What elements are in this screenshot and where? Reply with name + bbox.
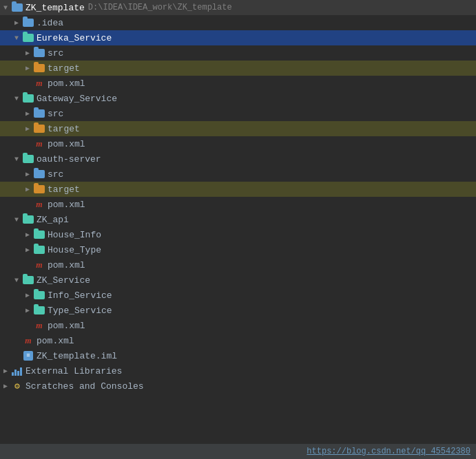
eureka-src-arrow[interactable]	[22, 47, 33, 58]
oauth-target-arrow[interactable]	[22, 184, 33, 195]
idea-arrow[interactable]	[11, 17, 22, 28]
zkservice-pom-item[interactable]: m pom.xml	[0, 318, 476, 333]
oauth-pom-item[interactable]: m pom.xml	[0, 197, 476, 212]
oauth-target-label: target	[48, 184, 80, 195]
iml-label: ZK_template.iml	[37, 351, 117, 361]
infoservice-arrow[interactable]	[22, 290, 33, 301]
oauth-src-folder-icon	[33, 168, 45, 180]
root-arrow[interactable]	[0, 2, 11, 13]
zkservice-item[interactable]: ZK_Service	[0, 273, 476, 288]
oauth-pom-icon: m	[33, 198, 45, 211]
iml-item[interactable]: ZK_template.iml	[0, 348, 476, 363]
typeservice-label: Type_Service	[48, 306, 112, 316]
gateway-src-folder-icon	[33, 107, 45, 120]
infoservice-label: Info_Service	[48, 290, 112, 301]
zkservice-pom-spacer	[22, 320, 33, 331]
oauth-src-item[interactable]: src	[0, 167, 476, 182]
infoservice-folder-icon	[33, 289, 45, 301]
oauth-item[interactable]: oauth-server	[0, 151, 476, 167]
root-folder-icon	[11, 1, 23, 14]
gateway-pom-item[interactable]: m pom.xml	[0, 136, 476, 151]
extlibs-label: External Libraries	[25, 366, 122, 376]
root-item[interactable]: ZK_template D:\IDEA\IDEA_work\ZK_templat…	[0, 0, 476, 15]
gateway-target-label: target	[48, 124, 80, 134]
gateway-pom-label: pom.xml	[48, 139, 85, 149]
eureka-pom-spacer	[22, 78, 33, 89]
zkapi-arrow[interactable]	[11, 214, 22, 225]
houseinfo-item[interactable]: House_Info	[0, 227, 476, 242]
extlibs-icon	[11, 365, 23, 377]
bottom-bar: https://blog.csdn.net/qq_45542380	[0, 444, 476, 459]
eureka-target-arrow[interactable]	[22, 63, 33, 74]
eureka-src-item[interactable]: src	[0, 45, 476, 61]
gateway-pom-icon: m	[33, 138, 45, 150]
zkapi-pom-icon: m	[33, 259, 45, 271]
url-link[interactable]: https://blog.csdn.net/qq_45542380	[307, 447, 470, 456]
oauth-arrow[interactable]	[11, 153, 22, 164]
scratches-item[interactable]: ⚙ Scratches and Consoles	[0, 378, 476, 394]
zkservice-pom-label: pom.xml	[48, 321, 85, 331]
eureka-pom-icon: m	[33, 77, 45, 89]
oauth-target-item[interactable]: target	[0, 182, 476, 197]
zkservice-pom-icon: m	[33, 319, 45, 332]
scratches-icon: ⚙	[11, 380, 23, 392]
zkservice-label: ZK_Service	[37, 275, 90, 286]
eureka-target-label: target	[48, 63, 80, 74]
gateway-src-arrow[interactable]	[22, 108, 33, 119]
gateway-src-item[interactable]: src	[0, 106, 476, 121]
eureka-label: Eureka_Service	[37, 33, 112, 43]
root-pom-icon: m	[22, 334, 34, 347]
houseinfo-arrow[interactable]	[22, 229, 33, 240]
houseinfo-label: House_Info	[48, 230, 101, 240]
gateway-pom-spacer	[22, 138, 33, 149]
typeservice-arrow[interactable]	[22, 305, 33, 316]
root-label: ZK_template	[25, 3, 85, 13]
extlibs-item[interactable]: External Libraries	[0, 363, 476, 378]
eureka-src-label: src	[48, 48, 63, 58]
oauth-src-arrow[interactable]	[22, 169, 33, 180]
oauth-target-folder-icon	[33, 183, 45, 195]
zkapi-folder-icon	[22, 213, 34, 226]
root-pom-spacer	[11, 335, 22, 346]
scratches-arrow[interactable]	[0, 381, 11, 392]
oauth-folder-icon	[22, 153, 34, 165]
infoservice-item[interactable]: Info_Service	[0, 288, 476, 303]
housetype-arrow[interactable]	[22, 244, 33, 255]
oauth-label: oauth-server	[37, 154, 101, 164]
zkapi-pom-spacer	[22, 259, 33, 270]
root-pom-label: pom.xml	[37, 336, 74, 346]
housetype-folder-icon	[33, 244, 45, 256]
project-tree: ZK_template D:\IDEA\IDEA_work\ZK_templat…	[0, 0, 476, 459]
houseinfo-folder-icon	[33, 228, 45, 241]
eureka-pom-label: pom.xml	[48, 78, 85, 89]
typeservice-item[interactable]: Type_Service	[0, 303, 476, 318]
gateway-src-label: src	[48, 109, 63, 119]
root-pom-item[interactable]: m pom.xml	[0, 333, 476, 348]
eureka-pom-item[interactable]: m pom.xml	[0, 76, 476, 91]
housetype-item[interactable]: House_Type	[0, 242, 476, 257]
zkservice-arrow[interactable]	[11, 275, 22, 286]
gateway-folder-icon	[22, 92, 34, 105]
housetype-label: House_Type	[48, 245, 101, 255]
oauth-src-label: src	[48, 169, 63, 180]
gateway-arrow[interactable]	[11, 93, 22, 104]
gateway-target-item[interactable]: target	[0, 121, 476, 136]
idea-label: .idea	[37, 18, 63, 28]
eureka-src-folder-icon	[33, 47, 45, 59]
idea-folder-icon	[22, 17, 34, 29]
gateway-label: Gateway_Service	[37, 94, 117, 104]
iml-icon	[22, 350, 34, 362]
eureka-target-item[interactable]: target	[0, 61, 476, 76]
extlibs-arrow[interactable]	[0, 365, 11, 376]
eureka-folder-icon	[22, 32, 34, 44]
iml-spacer	[11, 350, 22, 361]
gateway-target-arrow[interactable]	[22, 123, 33, 134]
zkapi-pom-item[interactable]: m pom.xml	[0, 257, 476, 273]
idea-item[interactable]: .idea	[0, 15, 476, 30]
eureka-item[interactable]: Eureka_Service	[0, 30, 476, 45]
zkapi-item[interactable]: ZK_api	[0, 212, 476, 227]
eureka-arrow[interactable]	[11, 32, 22, 43]
zkapi-label: ZK_api	[37, 215, 69, 225]
typeservice-folder-icon	[33, 304, 45, 317]
gateway-item[interactable]: Gateway_Service	[0, 91, 476, 106]
